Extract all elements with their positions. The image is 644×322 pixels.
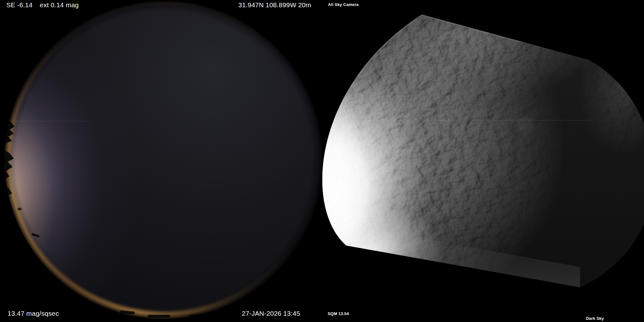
site-name-line1: Dark Sky	[576, 315, 614, 322]
timestamp-label: 27-JAN-2026 13:45	[242, 310, 300, 317]
ir-cloud-panel	[322, 0, 644, 322]
ir-cloud-image	[322, 0, 644, 322]
solar-elevation-label: SE -6.14	[6, 1, 32, 9]
camera-title-label: All Sky Camera	[328, 2, 359, 7]
allsky-camera-screen: SE -6.14 ext 0.14 mag 31.947N 108.899W 2…	[0, 0, 644, 322]
fisheye-sky-panel	[0, 0, 322, 322]
sky-brightness-label: 13.47 mag/sqsec	[8, 310, 59, 317]
sqm-reading-label: SQM 13.54	[328, 311, 349, 316]
coordinates-label: 31.947N 108.899W 20m	[238, 1, 311, 9]
stitch-seam-left	[0, 121, 88, 121]
fisheye-sky-image	[0, 0, 322, 322]
extinction-label: ext 0.14 mag	[40, 1, 79, 9]
top-left-telemetry: SE -6.14 ext 0.14 mag	[6, 1, 79, 9]
site-name-block: Dark Sky New Mexico	[576, 303, 614, 322]
